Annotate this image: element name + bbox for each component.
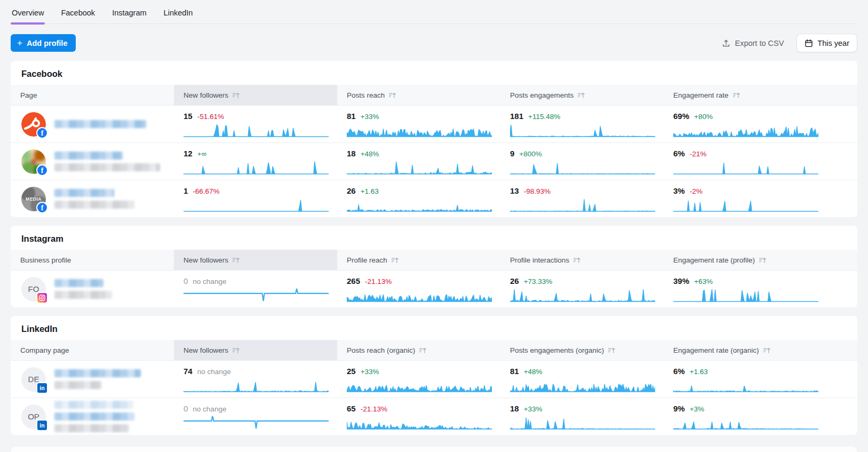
sort-icon <box>232 257 240 264</box>
column-header-posts-reach-organic[interactable]: Posts reach (organic) <box>337 340 500 360</box>
column-header-engagement-rate-profile[interactable]: Engagement rate (profile) <box>664 250 857 270</box>
table-row[interactable]: MEDIAf1-66.67%26+1.6313-98.93%3%-2% <box>11 180 857 217</box>
metric-head: 12+∞ <box>184 149 328 158</box>
table-row[interactable]: f15-51.61%81+33%181+115.48%69%+80% <box>11 105 857 142</box>
column-header-new-followers[interactable]: New followers <box>174 250 337 270</box>
metric-head: 69%+80% <box>673 112 848 121</box>
metric-change: +33% <box>361 368 379 376</box>
table-row[interactable]: OPin0no change65-21.13%18+33%9%+3% <box>11 398 857 435</box>
metric-head: 74no change <box>184 367 328 376</box>
metric-change: +73.33% <box>524 277 553 286</box>
column-header-profile-reach[interactable]: Profile reach <box>337 250 500 270</box>
metric-change: +3% <box>690 405 704 413</box>
metric-change: +800% <box>519 150 541 158</box>
metric-head: 0no change <box>184 404 328 413</box>
profile-name-redacted <box>54 279 112 299</box>
sort-icon <box>232 92 240 99</box>
metric-value: 9 <box>510 149 514 158</box>
metric-value: 6% <box>673 149 685 158</box>
metric-head: 18+48% <box>347 149 491 158</box>
metric-change: -21.13% <box>361 405 387 413</box>
metric-head: 13-98.93% <box>510 186 654 195</box>
instagram-badge-icon <box>36 292 48 304</box>
column-label: Posts engagements (organic) <box>510 346 604 354</box>
table-header: PageNew followersPosts reachPosts engage… <box>11 85 857 105</box>
column-header-new-followers[interactable]: New followers <box>174 85 337 105</box>
sparkline <box>673 197 818 212</box>
column-label: Profile interactions <box>510 256 569 264</box>
avatar: f <box>21 112 46 137</box>
metric-head: 18+33% <box>510 404 654 413</box>
profile-cell: MEDIAf <box>11 180 174 217</box>
metric-cell: 18+33% <box>500 398 664 435</box>
metric-head: 6%-21% <box>673 149 848 158</box>
table-row[interactable]: FO0no change265-21.13%26+73.33%39%+63% <box>11 270 857 307</box>
metric-head: 25+33% <box>347 367 491 376</box>
metric-head: 9%+3% <box>673 404 848 413</box>
metric-change: no change <box>193 405 226 413</box>
tab-linkedin[interactable]: LinkedIn <box>163 0 194 23</box>
table-header: Company pageNew followersPosts reach (or… <box>11 340 857 360</box>
metric-value: 74 <box>184 367 193 376</box>
section-instagram: InstagramBusiness profileNew followersPr… <box>11 226 857 307</box>
redacted-text-line <box>54 152 123 160</box>
sparkline <box>184 415 329 430</box>
column-header-engagement-rate[interactable]: Engagement rate <box>664 85 857 105</box>
sparkline <box>510 415 655 430</box>
metric-value: 12 <box>184 149 193 158</box>
metric-value: 13 <box>510 186 519 195</box>
metric-cell: 74no change <box>174 361 337 398</box>
metric-cell: 12+∞ <box>174 143 337 180</box>
calendar-icon <box>805 39 813 47</box>
metric-change: +1.63 <box>690 368 708 376</box>
table-row[interactable]: f12+∞18+48%9+800%6%-21% <box>11 142 857 180</box>
metric-cell: 1-66.67% <box>174 180 337 217</box>
metric-value: 81 <box>510 367 519 376</box>
date-range-button[interactable]: This year <box>797 34 857 52</box>
metric-head: 26+1.63 <box>347 186 491 195</box>
column-label: Posts reach <box>347 91 385 99</box>
redacted-text-line <box>54 189 114 197</box>
sort-icon <box>759 257 767 264</box>
column-label: New followers <box>184 346 228 354</box>
avatar: FO <box>21 277 46 302</box>
sparkline <box>347 287 492 302</box>
metric-value: 65 <box>347 404 356 413</box>
sparkline <box>510 122 655 137</box>
tab-bar: OverviewFacebookInstagramLinkedIn <box>11 0 857 24</box>
column-label: Company page <box>20 346 69 354</box>
tabs: OverviewFacebookInstagramLinkedIn <box>11 0 857 23</box>
sparkline <box>184 377 329 392</box>
export-csv-button[interactable]: Export to CSV <box>722 39 784 47</box>
tab-overview[interactable]: Overview <box>11 0 45 23</box>
column-header-engagement-rate-organic[interactable]: Engagement rate (organic) <box>664 340 857 360</box>
add-profile-button[interactable]: + Add profile <box>11 34 76 52</box>
metric-cell: 81+48% <box>500 361 664 398</box>
metric-cell: 6%-21% <box>664 143 857 180</box>
tab-instagram[interactable]: Instagram <box>111 0 147 23</box>
redacted-text-line <box>54 120 146 128</box>
metric-change: -21.13% <box>365 277 392 286</box>
redacted-text-line <box>54 413 134 421</box>
avatar: OPin <box>21 405 46 429</box>
metric-cell: 26+73.33% <box>500 271 664 307</box>
table-row[interactable]: DEin74no change25+33%81+48%6%+1.63 <box>11 360 857 398</box>
column-header-new-followers[interactable]: New followers <box>174 340 337 360</box>
column-header-posts-engagements[interactable]: Posts engagements <box>500 85 664 105</box>
sort-icon <box>577 92 585 99</box>
metric-cell: 0no change <box>174 271 337 307</box>
metric-change: +33% <box>361 113 379 121</box>
table-header: Business profileNew followersProfile rea… <box>11 250 857 270</box>
column-header-posts-engagements-organic[interactable]: Posts engagements (organic) <box>500 340 664 360</box>
sparkline <box>673 415 818 430</box>
metric-value: 25 <box>347 367 356 376</box>
profile-cell: OPin <box>11 398 174 435</box>
metric-value: 81 <box>347 112 356 121</box>
profile-cell: f <box>11 106 174 142</box>
metric-cell: 81+33% <box>337 106 500 142</box>
column-header-profile-interactions[interactable]: Profile interactions <box>500 250 664 270</box>
column-header-posts-reach[interactable]: Posts reach <box>337 85 500 105</box>
metric-value: 181 <box>510 112 523 121</box>
tab-facebook[interactable]: Facebook <box>60 0 96 23</box>
export-csv-label: Export to CSV <box>735 39 784 47</box>
